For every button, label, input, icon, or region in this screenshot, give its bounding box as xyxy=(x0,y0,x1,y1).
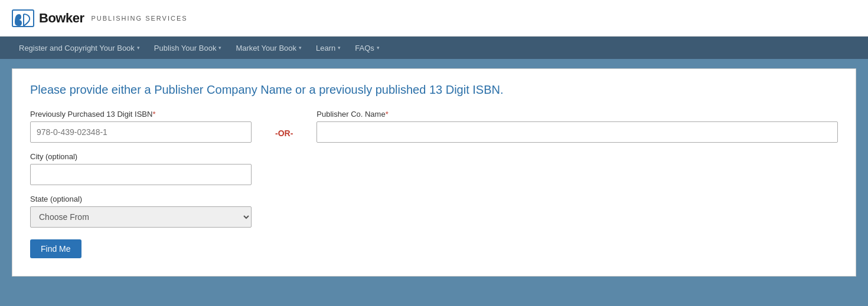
chevron-down-icon: ▾ xyxy=(377,45,380,51)
main-wrapper: Please provide either a Publisher Compan… xyxy=(0,59,868,286)
nav-register[interactable]: Register and Copyright Your Book ▾ xyxy=(12,38,147,58)
city-input[interactable] xyxy=(30,164,252,185)
isbn-input[interactable] xyxy=(30,121,252,143)
nav-market[interactable]: Market Your Book ▾ xyxy=(229,38,309,58)
publisher-field-group: Publisher Co. Name* xyxy=(316,110,838,143)
main-nav: Register and Copyright Your Book ▾ Publi… xyxy=(0,37,868,59)
find-me-button[interactable]: Find Me xyxy=(30,239,81,258)
isbn-required-star: * xyxy=(152,110,155,119)
city-field-group: City (optional) xyxy=(30,152,838,185)
logo-subtitle: PUBLISHING SERVICES xyxy=(91,15,187,22)
state-label: State (optional) xyxy=(30,195,838,203)
logo-area: Bowker PUBLISHING SERVICES xyxy=(12,9,188,27)
content-box: Please provide either a Publisher Compan… xyxy=(12,68,856,277)
chevron-down-icon: ▾ xyxy=(338,45,341,51)
chevron-down-icon: ▾ xyxy=(218,45,221,51)
publisher-input[interactable] xyxy=(316,121,838,143)
publisher-label: Publisher Co. Name* xyxy=(316,110,838,119)
isbn-label: Previously Purchased 13 Digit ISBN* xyxy=(30,110,252,119)
state-select[interactable]: Choose From xyxy=(30,206,252,228)
chevron-down-icon: ▾ xyxy=(299,45,302,51)
logo-brand: Bowker xyxy=(39,11,84,26)
chevron-down-icon: ▾ xyxy=(137,45,140,51)
nav-publish[interactable]: Publish Your Book ▾ xyxy=(147,38,229,58)
isbn-field-group: Previously Purchased 13 Digit ISBN* xyxy=(30,110,252,143)
or-divider: -OR- xyxy=(252,129,316,143)
publisher-required-star: * xyxy=(386,110,389,119)
site-header: Bowker PUBLISHING SERVICES xyxy=(0,0,868,37)
page-heading: Please provide either a Publisher Compan… xyxy=(30,83,838,97)
state-field-group: State (optional) Choose From xyxy=(30,195,838,228)
form-row-top: Previously Purchased 13 Digit ISBN* -OR-… xyxy=(30,110,838,143)
nav-learn[interactable]: Learn ▾ xyxy=(309,38,348,58)
city-label: City (optional) xyxy=(30,152,838,161)
bowker-logo-icon xyxy=(12,9,34,27)
nav-faqs[interactable]: FAQs ▾ xyxy=(348,38,387,58)
